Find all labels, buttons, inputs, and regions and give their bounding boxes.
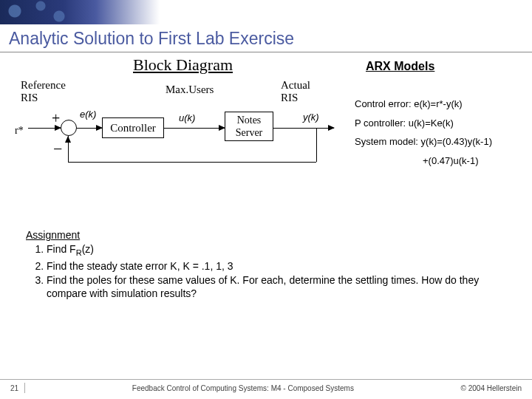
max-users-label: Max.Users [166,83,214,96]
assignment-item1-post: (z) [82,243,94,255]
feedback-line [68,162,316,163]
notes-line2: Server [236,127,263,138]
arrow-icon [55,125,61,131]
error-signal-label: e(k) [80,109,96,120]
assignment-item1-pre: Find F [47,243,76,255]
notes-server-block: Notes Server [225,112,273,141]
actual-line2: RIS [281,92,298,103]
arx-equations: Control error: e(k)=r*-y(k) P controller… [355,97,492,172]
block-diagram-heading: Block Diagram [133,55,233,75]
page-number: 21 [10,384,18,392]
feedback-line [316,128,317,162]
reference-label: Reference RIS [21,79,66,105]
assignment-section: Assignment Find FR(z) Find the steady st… [26,229,506,301]
assignment-item1-sub: R [76,248,82,257]
control-signal-label: u(k) [179,112,195,123]
footer-copyright: © 2004 Hellerstein [461,384,522,392]
actual-line1: Actual [281,79,310,91]
assignment-list: Find FR(z) Find the steady state error K… [26,243,506,300]
arrow-icon [65,136,71,143]
arx-control-error: Control error: e(k)=r*-y(k) [355,97,492,112]
slide-title: Analytic Solution to First Lab Exercise [9,29,532,49]
actual-ris-label: Actual RIS [281,79,310,105]
notes-line1: Notes [237,115,262,126]
footer: 21 Feedback Control of Computing Systems… [0,379,532,393]
arrow-icon [96,125,103,131]
summing-junction-icon [61,120,77,136]
minus-sign: − [53,140,62,159]
footer-divider [24,383,25,393]
r-star-label: r* [15,125,24,137]
block-diagram: Reference RIS r* + − e(k) Controller Max… [15,79,355,175]
controller-block: Controller [102,117,164,138]
arrow-icon [328,125,335,131]
signal-line [164,128,225,129]
content-area: Block Diagram ARX Models Reference RIS r… [0,52,532,60]
arx-p-controller: P controller: u(k)=Ke(k) [355,116,492,131]
signal-line [273,128,334,129]
arx-models-heading: ARX Models [366,60,434,73]
reference-line1: Reference [21,79,66,91]
footer-center-text: Feedback Control of Computing Systems: M… [132,384,354,392]
decorative-banner [0,0,532,24]
output-signal-label: y(k) [303,112,319,123]
assignment-heading: Assignment [26,229,506,241]
arx-system-model: System model: y(k)=(0.43)y(k-1) [355,134,492,149]
arx-system-model-cont: +(0.47)u(k-1) [355,154,492,168]
arrow-icon [219,125,225,131]
title-bar: Analytic Solution to First Lab Exercise [0,24,532,52]
assignment-item-2: Find the steady state error K, K = .1, 1… [47,260,506,273]
reference-line2: RIS [21,92,38,103]
assignment-item-1: Find FR(z) [47,243,506,259]
assignment-item-3: Find the poles for these same values of … [47,274,506,300]
